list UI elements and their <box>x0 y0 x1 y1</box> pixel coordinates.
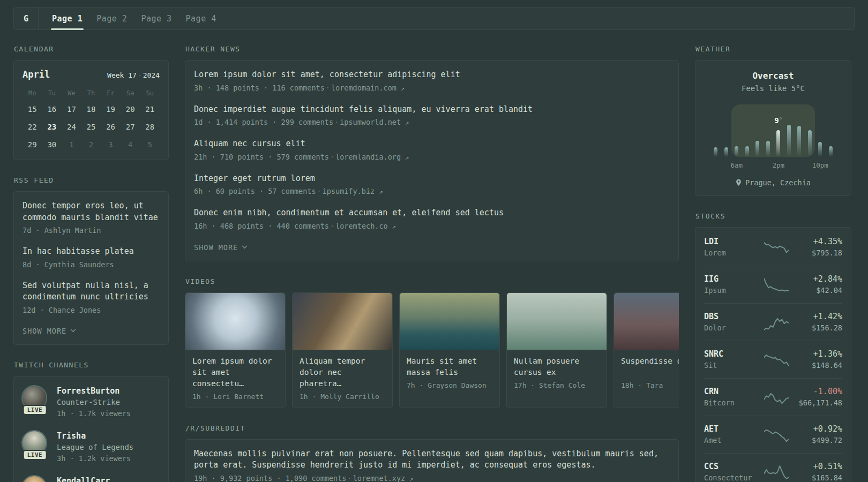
hn-show-more-button[interactable]: SHOW MORE <box>194 243 248 252</box>
rss-item-meta: 8d · Cynthia Saunders <box>23 259 160 270</box>
app-logo: G <box>14 7 39 29</box>
stock-row[interactable]: LDI Lorem +4.35% $795.18 <box>704 229 842 266</box>
video-meta: 7h · Grayson Dawson <box>407 381 492 389</box>
twitch-channel-row[interactable]: KendallCarr <box>23 475 160 482</box>
video-title: Nullam posuere cursus ex <box>514 356 600 378</box>
video-meta: 18h · Tara <box>621 381 679 389</box>
calendar-day: 1 <box>62 138 81 151</box>
stock-sparkline <box>764 312 789 332</box>
rss-item-title[interactable]: Donec tempor eros leo, ut commodo mauris… <box>23 200 160 223</box>
hn-item-domain-link[interactable]: loremtech.co <box>335 222 388 230</box>
hn-item-domain-link[interactable]: ipsumworld.net <box>340 118 401 126</box>
twitch-channel-name: Trisha <box>57 430 133 442</box>
widget-title-twitch: TWITCH CHANNELS <box>14 361 169 369</box>
widget-title-videos: VIDEOS <box>185 277 679 285</box>
hn-item: Lorem ipsum dolor sit amet, consectetur … <box>194 69 670 94</box>
subreddit-post-domain-link[interactable]: loremnet.xyz <box>353 474 406 482</box>
video-title: Mauris sit amet massa felis <box>407 356 492 378</box>
calendar-day: 16 <box>42 103 62 116</box>
external-link-icon: ↗ <box>392 223 396 230</box>
calendar-day: 19 <box>101 103 121 116</box>
calendar-day: 3 <box>101 138 121 151</box>
hn-item: Integer eget rutrum lorem 6h · 60 points… <box>194 173 670 198</box>
video-row: Lorem ipsum dolor sit amet consectetu… 1… <box>185 292 679 408</box>
stock-change: +1.36% <box>793 348 842 360</box>
weather-widget: WEATHER Overcast Feels like 5°C 9° 6am2p… <box>695 45 851 196</box>
rss-item-title[interactable]: In hac habitasse platea <box>23 246 160 258</box>
tab-page-4[interactable]: Page 4 <box>179 7 223 29</box>
calendar-day-selected: 23 <box>42 120 62 133</box>
subreddit-post-title[interactable]: Maecenas mollis pulvinar erat non posuer… <box>194 448 670 471</box>
calendar-day: 30 <box>42 138 62 151</box>
stock-row[interactable]: SNRC Sit +1.36% $148.64 <box>704 341 842 378</box>
weather-feels-like: Feels like 5°C <box>704 84 842 93</box>
rss-item-meta: 12d · Chance Jones <box>23 305 160 315</box>
calendar-day: 15 <box>23 103 42 116</box>
tab-page-1[interactable]: Page 1 <box>45 7 89 29</box>
widget-title-hacker-news: HACKER NEWS <box>185 45 679 53</box>
twitch-channel-game: League of Legends <box>57 442 133 453</box>
tab-page-2[interactable]: Page 2 <box>89 7 134 29</box>
live-badge: LIVE <box>23 405 47 415</box>
video-card[interactable]: Mauris sit amet massa felis 7h · Grayson… <box>399 292 500 408</box>
stock-change: +0.51% <box>793 461 842 472</box>
twitch-channel-row[interactable]: LIVE Trisha League of Legends 3h · 1.2k … <box>23 430 160 464</box>
video-card[interactable]: Nullam posuere cursus ex 17h · Stefan Co… <box>506 292 607 408</box>
stock-price: $795.18 <box>793 247 842 258</box>
hn-item-domain-link[interactable]: ipsumify.biz <box>323 187 375 195</box>
stock-symbol: AET <box>704 423 760 435</box>
rss-item-title[interactable]: Sed volutpat nulla nisl, a condimentum n… <box>23 280 160 303</box>
rss-item-meta: 7d · Ashlyn Martin <box>23 225 160 236</box>
tab-page-3[interactable]: Page 3 <box>134 7 178 29</box>
hn-item-domain-link[interactable]: loremdomain.com <box>331 84 396 92</box>
widget-title-weather: WEATHER <box>695 45 851 53</box>
calendar-card: April Week 17·2024 Mo Tu We Th Fr Sa Su … <box>13 60 169 160</box>
stocks-card: LDI Lorem +4.35% $795.18 IIG Ipsum <box>695 227 851 482</box>
hn-item-title[interactable]: Donec imperdiet augue tincidunt felis al… <box>194 104 670 116</box>
video-card[interactable]: Aliquam tempor dolor nec pharetra… 1h · … <box>292 292 393 408</box>
subreddit-widget: /R/SUBREDDIT Maecenas mollis pulvinar er… <box>185 424 679 482</box>
stock-change: -1.00% <box>793 386 842 397</box>
calendar-day: 4 <box>121 138 140 151</box>
video-thumbnail <box>507 293 607 350</box>
stock-sparkline <box>764 275 789 294</box>
hn-item-domain-link[interactable]: loremlandia.org <box>335 153 401 161</box>
stock-row[interactable]: CCS Consectetur +0.51% $165.84 <box>704 453 842 482</box>
stock-change: +4.35% <box>793 236 842 247</box>
stock-price: $156.28 <box>793 322 842 333</box>
twitch-channel-row[interactable]: LIVE ForrestBurton Counter-Strike 1h · 1… <box>23 385 160 419</box>
video-meta: 1h · Molly Carrillo <box>300 393 385 401</box>
stock-sparkline <box>764 425 789 444</box>
stock-row[interactable]: AET Amet +0.92% $499.72 <box>704 416 842 453</box>
calendar-day: 24 <box>62 120 81 133</box>
calendar-weekday: We <box>62 89 81 98</box>
hn-item-meta: 6h · 60 points · 57 comments·ipsumify.bi… <box>194 186 670 197</box>
weather-location: Prague, Czechia <box>704 178 842 187</box>
hn-item-title[interactable]: Donec enim nibh, condimentum et accumsan… <box>194 207 670 219</box>
stock-price: $165.84 <box>793 472 842 482</box>
video-card[interactable]: Lorem ipsum dolor sit amet consectetu… 1… <box>185 292 286 408</box>
subreddit-card: Maecenas mollis pulvinar erat non posuer… <box>185 439 679 482</box>
video-card[interactable]: Suspendisse diam 18h · Tara <box>613 292 679 408</box>
rss-show-more-button[interactable]: SHOW MORE <box>23 327 76 335</box>
twitch-channel-meta: 3h · 1.2k viewers <box>57 453 133 464</box>
calendar-weekday: Tu <box>42 89 62 98</box>
hn-item-meta: 21h · 710 points · 579 comments·loremlan… <box>194 152 670 163</box>
hn-item: Donec enim nibh, condimentum et accumsan… <box>194 207 670 232</box>
calendar-week: Week 17·2024 <box>107 71 160 79</box>
stock-symbol: IIG <box>704 273 760 285</box>
twitch-channel-name: ForrestBurton <box>57 385 131 397</box>
stock-row[interactable]: IIG Ipsum +2.84% $42.04 <box>704 266 842 303</box>
calendar-day: 17 <box>62 103 81 116</box>
hn-item-title[interactable]: Lorem ipsum dolor sit amet, consectetur … <box>194 69 670 81</box>
location-pin-icon <box>736 179 742 186</box>
stock-price: $499.72 <box>793 435 842 446</box>
stock-symbol: CCS <box>704 461 760 472</box>
stock-row[interactable]: CRN Bitcorn -1.00% $66,171.48 <box>704 378 842 416</box>
chevron-down-icon <box>70 329 76 333</box>
stock-row[interactable]: DBS Dolor +1.42% $156.28 <box>704 303 842 341</box>
hn-item-title[interactable]: Integer eget rutrum lorem <box>194 173 670 185</box>
calendar-weekday: Sa <box>121 89 140 98</box>
hn-item-title[interactable]: Aliquam nec cursus elit <box>194 138 670 150</box>
rss-item: Sed volutpat nulla nisl, a condimentum n… <box>23 280 160 315</box>
